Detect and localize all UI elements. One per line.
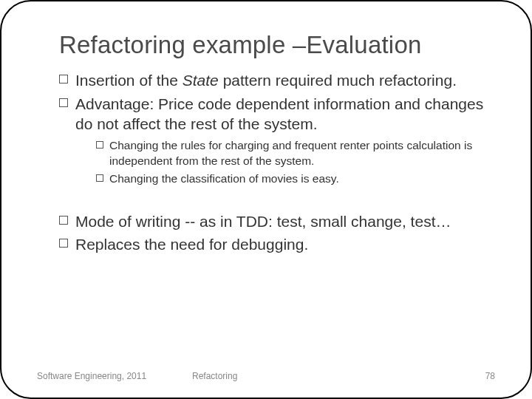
spacer — [59, 198, 488, 208]
bullet-text: Advantage: Price code dependent informat… — [75, 95, 483, 132]
sub-bullet-item: Changing the classification of movies is… — [96, 171, 488, 187]
slide-footer: Software Engineering, 2011 Refactoring 7… — [37, 371, 495, 381]
slide-title: Refactoring example –Evaluation — [59, 30, 495, 60]
bullet-item: Insertion of the State pattern required … — [59, 70, 488, 90]
bullet-text: Mode of writing -- as in TDD: test, smal… — [75, 213, 451, 230]
square-bullet-icon — [59, 216, 68, 225]
sub-bullet-text: Changing the classification of movies is… — [109, 172, 339, 185]
bullet-item: Replaces the need for debugging. — [59, 234, 488, 254]
bullet-item: Mode of writing -- as in TDD: test, smal… — [59, 211, 488, 231]
sub-bullet-text: Changing the rules for charging and freq… — [109, 139, 472, 167]
bullet-text-post: pattern required much refactoring. — [219, 72, 457, 89]
footer-center: Refactoring — [192, 371, 451, 381]
square-bullet-icon — [59, 75, 68, 83]
slide-frame: Refactoring example –Evaluation Insertio… — [0, 0, 532, 399]
bullet-item: Advantage: Price code dependent informat… — [59, 94, 488, 195]
square-bullet-icon — [59, 98, 68, 107]
square-bullet-icon — [96, 141, 103, 149]
bullet-text: Replaces the need for debugging. — [75, 236, 308, 253]
sub-bullet-item: Changing the rules for charging and freq… — [96, 138, 488, 169]
sub-bullet-list: Changing the rules for charging and freq… — [75, 134, 488, 195]
bullet-list: Insertion of the State pattern required … — [37, 70, 495, 254]
square-bullet-icon — [59, 239, 68, 248]
bullet-text-pre: Insertion of the — [75, 72, 183, 89]
footer-page: 78 — [451, 371, 495, 381]
square-bullet-icon — [96, 174, 103, 182]
footer-left: Software Engineering, 2011 — [37, 371, 192, 381]
bullet-text-emph: State — [183, 72, 219, 89]
